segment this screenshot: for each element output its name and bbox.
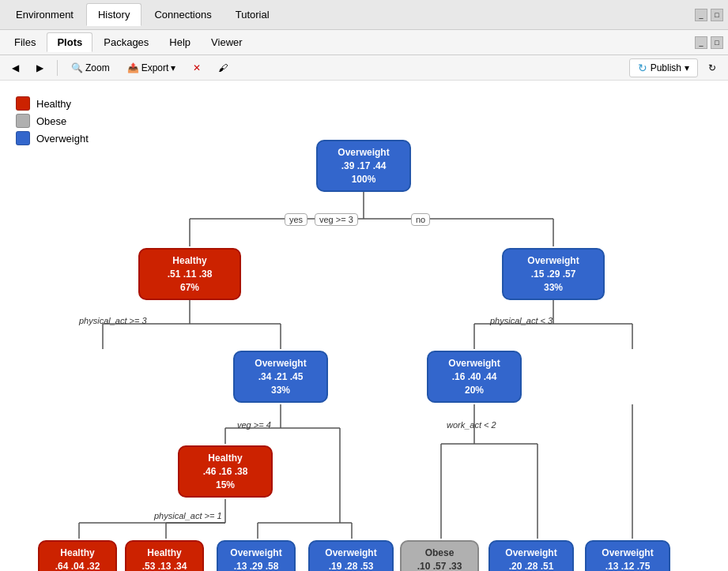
tab-connections[interactable]: Connections <box>143 4 222 25</box>
root-no-label: no <box>411 213 430 226</box>
minimize-btn[interactable]: _ <box>695 9 707 21</box>
node-n5-pct: 15% <box>216 479 235 492</box>
node-n7-values: .53 .13 .34 <box>142 560 187 571</box>
node-n1-label: Healthy <box>172 254 206 268</box>
tab-viewer[interactable]: Viewer <box>202 33 252 51</box>
node-n4-label: Overweight <box>448 357 500 370</box>
brush-icon: 🖌 <box>218 62 228 73</box>
second-bar: Files Plots Packages Help Viewer _ □ <box>0 30 728 55</box>
export-chevron: ▾ <box>171 62 175 73</box>
brush-btn[interactable]: 🖌 <box>211 60 235 76</box>
toolbar: ◀ ▶ 🔍 Zoom 📤 Export ▾ ✕ 🖌 ↻ Publish ▾ ↻ <box>0 55 728 81</box>
node-n6: Healthy .64 .04 .32 39% <box>38 540 117 571</box>
node-n8-values: .13 .29 .58 <box>234 560 279 571</box>
node-n6-label: Healthy <box>60 547 94 560</box>
publish-chevron: ▾ <box>685 62 689 73</box>
node-n5-label: Healthy <box>208 452 242 465</box>
node-n3-label: Overweight <box>255 357 306 370</box>
legend-color-healthy <box>16 96 30 111</box>
node-n8: Overweight .13 .29 .58 3% <box>217 540 296 571</box>
tab-tutorial[interactable]: Tutorial <box>224 4 281 25</box>
node-n10-label: Obese <box>425 547 455 560</box>
n2-cond: physical_act < 3 <box>490 316 553 325</box>
clear-btn[interactable]: ✕ <box>186 60 208 76</box>
node-n12: Overweight .13 .12 .75 14% <box>585 540 670 571</box>
clear-icon: ✕ <box>193 62 201 73</box>
node-n7-label: Healthy <box>147 547 181 560</box>
n3-cond: veg >= 4 <box>237 420 271 430</box>
legend-obese: Obese <box>16 114 89 128</box>
tab-packages[interactable]: Packages <box>94 33 158 51</box>
sec-minimize-btn[interactable]: _ <box>695 36 707 49</box>
sep1 <box>57 60 58 76</box>
node-n4-pct: 20% <box>465 384 484 397</box>
node-n12-label: Overweight <box>602 547 653 560</box>
node-n5: Healthy .46 .16 .38 15% <box>178 445 273 498</box>
node-n9-values: .19 .28 .53 <box>329 560 374 571</box>
n4-cond: work_act < 2 <box>447 420 496 430</box>
sec-maximize-btn[interactable]: □ <box>711 36 723 49</box>
node-n3-values: .34 .21 .45 <box>258 370 304 384</box>
toolbar-right: ↻ Publish ▾ ↻ <box>629 58 723 77</box>
node-n9-label: Overweight <box>325 547 376 560</box>
node-root-values: .39 .17 .44 <box>341 160 387 173</box>
legend-color-obese <box>16 114 30 128</box>
legend-healthy: Healthy <box>16 96 89 111</box>
legend-overweight: Overweight <box>16 131 89 145</box>
zoom-btn[interactable]: 🔍 Zoom <box>64 60 117 76</box>
legend-label-obese: Obese <box>36 115 66 127</box>
node-n7: Healthy .53 .13 .34 12% <box>125 540 204 571</box>
node-n10-values: .10 .57 .33 <box>417 560 462 571</box>
legend-label-healthy: Healthy <box>36 98 71 110</box>
node-n9: Overweight .19 .28 .53 13% <box>308 540 394 571</box>
node-n2-values: .15 .29 .57 <box>531 268 576 281</box>
sec-window-controls: _ □ <box>695 36 723 49</box>
node-root-label: Overweight <box>338 146 389 160</box>
maximize-btn[interactable]: □ <box>711 9 723 21</box>
window-controls: _ □ <box>695 9 723 21</box>
forward-btn[interactable]: ▶ <box>29 60 51 76</box>
node-n6-values: .64 .04 .32 <box>55 560 100 571</box>
node-n5-values: .46 .16 .38 <box>203 465 248 479</box>
legend-color-overweight <box>16 131 30 145</box>
node-root-pct: 100% <box>352 173 376 186</box>
tab-environment[interactable]: Environment <box>5 4 85 25</box>
tab-plots[interactable]: Plots <box>47 32 92 52</box>
node-n12-values: .13 .12 .75 <box>605 560 651 571</box>
root-yes-label: yes <box>285 213 307 226</box>
export-icon: 📤 <box>127 62 139 73</box>
tab-history[interactable]: History <box>86 3 141 26</box>
refresh-btn[interactable]: ↻ <box>701 60 723 76</box>
legend-label-overweight: Overweight <box>36 133 89 145</box>
root-cond-label: veg >= 3 <box>315 213 358 226</box>
refresh-icon: ↻ <box>708 62 716 73</box>
node-n8-label: Overweight <box>230 547 281 560</box>
publish-icon: ↻ <box>638 62 647 74</box>
zoom-icon: 🔍 <box>71 62 83 73</box>
n5-cond: physical_act >= 1 <box>154 511 222 520</box>
node-n1: Healthy .51 .11 .38 67% <box>138 248 241 300</box>
node-n3-pct: 33% <box>271 384 290 397</box>
node-n1-values: .51 .11 .38 <box>168 268 213 281</box>
node-n11: Overweight .20 .28 .51 12% <box>488 540 574 571</box>
node-n4-values: .16 .40 .44 <box>452 370 497 384</box>
node-n11-values: .20 .28 .51 <box>509 560 554 571</box>
node-n2: Overweight .15 .29 .57 33% <box>502 248 605 300</box>
node-n2-label: Overweight <box>527 254 579 268</box>
export-btn[interactable]: 📤 Export ▾ <box>120 60 183 76</box>
node-n3: Overweight .34 .21 .45 33% <box>233 351 328 403</box>
publish-btn[interactable]: ↻ Publish ▾ <box>629 58 698 77</box>
tab-files[interactable]: Files <box>5 33 45 51</box>
back-btn[interactable]: ◀ <box>5 60 26 76</box>
node-n11-label: Overweight <box>505 547 556 560</box>
node-n2-pct: 33% <box>544 281 563 295</box>
n1-cond: physical_act >= 3 <box>79 316 147 325</box>
top-bar: Environment History Connections Tutorial… <box>0 0 728 30</box>
node-n10: Obese .10 .57 .33 8% <box>400 540 479 571</box>
node-n1-pct: 67% <box>180 281 199 295</box>
tab-help[interactable]: Help <box>160 33 200 51</box>
legend: Healthy Obese Overweight <box>16 96 89 145</box>
node-root: Overweight .39 .17 .44 100% <box>316 140 411 192</box>
main-area: Healthy Obese Overweight <box>0 81 728 571</box>
node-n4: Overweight .16 .40 .44 20% <box>427 351 522 403</box>
